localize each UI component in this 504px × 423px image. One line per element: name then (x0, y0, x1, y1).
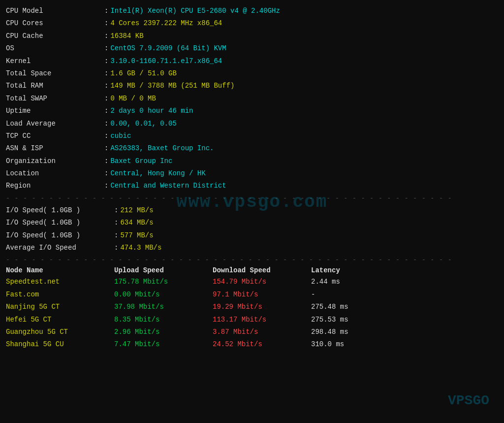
io-label: I/O Speed( 1.0GB ) (6, 217, 114, 228)
system-info-row: Kernel : 3.10.0-1160.71.1.el7.x86_64 (6, 56, 498, 66)
info-colon: : (104, 18, 108, 29)
info-label: Total RAM (6, 80, 104, 91)
network-section: Node Name Upload Speed Download Speed La… (6, 266, 498, 350)
dashed-separator-2: - - - - - - - - - - - - - - - - - - - - … (6, 256, 498, 263)
info-label: Uptime (6, 105, 104, 116)
info-colon: : (104, 118, 108, 129)
network-data-row: Hefei 5G CT8.35 Mbit/s113.17 Mbit/s275.5… (6, 314, 498, 325)
info-colon: : (104, 43, 108, 54)
col-header-node: Node Name (6, 266, 114, 274)
col-header-download: Download Speed (213, 266, 311, 274)
network-download-speed: 97.1 Mbit/s (213, 289, 311, 300)
info-label: Load Average (6, 118, 104, 129)
info-value: Intel(R) Xeon(R) CPU E5-2680 v4 @ 2.40GH… (110, 5, 280, 16)
network-latency: 2.44 ms (311, 276, 385, 287)
info-value: cubic (110, 130, 131, 141)
io-value: 474.3 MB/s (120, 242, 161, 253)
info-colon: : (104, 180, 108, 191)
io-colon: : (114, 217, 118, 228)
info-value: CentOS 7.9.2009 (64 Bit) KVM (110, 43, 226, 54)
network-header-row: Node Name Upload Speed Download Speed La… (6, 266, 498, 274)
network-node-name: Speedtest.net (6, 276, 114, 287)
network-rows-container: Speedtest.net175.78 Mbit/s154.79 Mbit/s2… (6, 276, 498, 350)
network-data-row: Guangzhou 5G CT2.96 Mbit/s3.87 Mbit/s298… (6, 326, 498, 337)
network-data-row: Nanjing 5G CT37.98 Mbit/s19.29 Mbit/s275… (6, 301, 498, 312)
network-latency: 275.48 ms (311, 301, 385, 312)
system-info-row: CPU Model : Intel(R) Xeon(R) CPU E5-2680… (6, 5, 498, 16)
network-upload-speed: 0.00 Mbit/s (114, 289, 213, 300)
io-value: 634 MB/s (120, 217, 153, 228)
system-info-row: Region : Central and Western District (6, 180, 498, 191)
io-label: I/O Speed( 1.0GB ) (6, 205, 114, 216)
col-header-upload: Upload Speed (114, 266, 213, 274)
info-label: Region (6, 180, 104, 191)
system-info-row: Total Space : 1.6 GB / 51.0 GB (6, 68, 498, 79)
io-row: Average I/O Speed: 474.3 MB/s (6, 242, 498, 253)
info-value: 149 MB / 3788 MB (251 MB Buff) (110, 80, 234, 91)
system-info-section: CPU Model : Intel(R) Xeon(R) CPU E5-2680… (6, 5, 498, 192)
io-colon: : (114, 230, 118, 241)
info-colon: : (104, 156, 108, 166)
network-node-name: Hefei 5G CT (6, 314, 114, 325)
info-colon: : (104, 68, 108, 79)
info-value: 3.10.0-1160.71.1.el7.x86_64 (110, 56, 222, 66)
dashed-separator-1: - - - - - - - - - - - - - - - - - - - - … (6, 195, 498, 202)
io-colon: : (114, 205, 118, 216)
info-colon: : (104, 93, 108, 104)
system-info-row: CPU Cores : 4 Cores 2397.222 MHz x86_64 (6, 18, 498, 29)
system-info-row: ASN & ISP : AS26383, Baxet Group Inc. (6, 143, 498, 154)
io-row: I/O Speed( 1.0GB ): 577 MB/s (6, 230, 498, 241)
info-label: Total Space (6, 68, 104, 79)
network-latency: - (311, 289, 385, 300)
io-row: I/O Speed( 1.0GB ): 212 MB/s (6, 205, 498, 216)
info-label: CPU Cache (6, 31, 104, 41)
network-download-speed: 154.79 Mbit/s (213, 276, 311, 287)
info-colon: : (104, 168, 108, 179)
network-download-speed: 19.29 Mbit/s (213, 301, 311, 312)
network-download-speed: 24.52 Mbit/s (213, 339, 311, 350)
system-info-row: Load Average : 0.00, 0.01, 0.05 (6, 118, 498, 129)
network-latency: 310.0 ms (311, 339, 385, 350)
info-label: ASN & ISP (6, 143, 104, 154)
network-data-row: Speedtest.net175.78 Mbit/s154.79 Mbit/s2… (6, 276, 498, 287)
info-label: Kernel (6, 56, 104, 66)
info-label: Organization (6, 156, 104, 166)
io-value: 577 MB/s (120, 230, 153, 241)
network-data-row: Shanghai 5G CU7.47 Mbit/s24.52 Mbit/s310… (6, 339, 498, 350)
info-value: 2 days 0 hour 46 min (110, 105, 193, 116)
network-upload-speed: 175.78 Mbit/s (114, 276, 213, 287)
system-info-row: Total RAM : 149 MB / 3788 MB (251 MB Buf… (6, 80, 498, 91)
watermark2: VPSGO (448, 393, 489, 408)
info-label: CPU Model (6, 5, 104, 16)
network-latency: 275.53 ms (311, 314, 385, 325)
info-value: 16384 KB (110, 31, 143, 41)
info-value: AS26383, Baxet Group Inc. (110, 143, 214, 154)
system-info-row: CPU Cache : 16384 KB (6, 31, 498, 41)
col-header-latency: Latency (311, 266, 385, 274)
info-label: Location (6, 168, 104, 179)
network-upload-speed: 7.47 Mbit/s (114, 339, 213, 350)
network-upload-speed: 37.98 Mbit/s (114, 301, 213, 312)
system-info-row: Uptime : 2 days 0 hour 46 min (6, 105, 498, 116)
network-node-name: Fast.com (6, 289, 114, 300)
network-download-speed: 113.17 Mbit/s (213, 314, 311, 325)
network-node-name: Guangzhou 5G CT (6, 326, 114, 337)
io-section: I/O Speed( 1.0GB ): 212 MB/sI/O Speed( 1… (6, 205, 498, 254)
info-colon: : (104, 130, 108, 141)
io-row: I/O Speed( 1.0GB ): 634 MB/s (6, 217, 498, 228)
info-colon: : (104, 80, 108, 91)
info-value: Baxet Group Inc (110, 156, 172, 166)
info-value: 0 MB / 0 MB (110, 93, 156, 104)
info-label: Total SWAP (6, 93, 104, 104)
io-value: 212 MB/s (120, 205, 153, 216)
info-value: 1.6 GB / 51.0 GB (110, 68, 176, 79)
info-colon: : (104, 31, 108, 41)
system-info-row: Total SWAP : 0 MB / 0 MB (6, 93, 498, 104)
network-node-name: Shanghai 5G CU (6, 339, 114, 350)
network-latency: 298.48 ms (311, 326, 385, 337)
network-download-speed: 3.87 Mbit/s (213, 326, 311, 337)
io-label: Average I/O Speed (6, 242, 114, 253)
info-colon: : (104, 143, 108, 154)
info-colon: : (104, 5, 108, 16)
info-value: 4 Cores 2397.222 MHz x86_64 (110, 18, 222, 29)
